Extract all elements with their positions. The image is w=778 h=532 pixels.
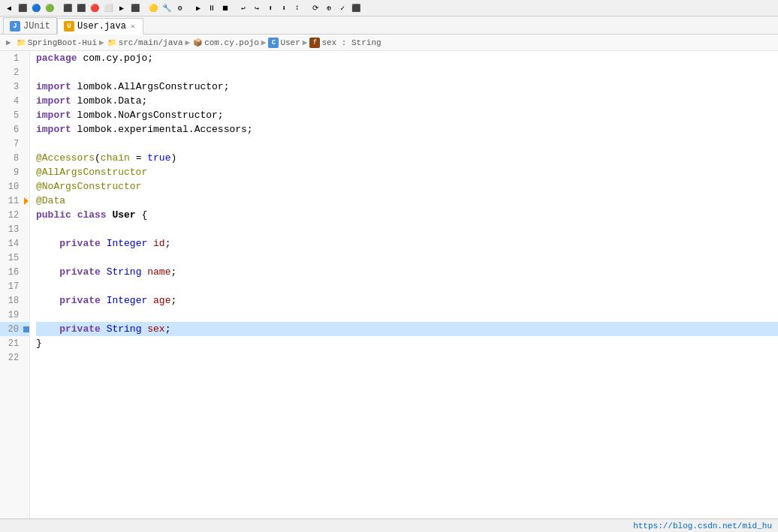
toolbar-icon-20[interactable]: ⬇ <box>278 2 290 14</box>
token-plain: ; <box>165 238 171 249</box>
code-line-18: private Integer age; <box>36 293 778 308</box>
breadcrumb-package[interactable]: 📦 com.cy.pojo <box>192 38 259 48</box>
code-line-14: private Integer id; <box>36 236 778 251</box>
src-folder-icon: 📁 <box>107 38 117 48</box>
token-plain <box>101 238 107 249</box>
line-number-22: 22 <box>0 353 23 363</box>
code-line-2 <box>36 65 778 80</box>
gutter-row-7: 7 <box>0 137 29 151</box>
toolbar-icon-18[interactable]: ↪ <box>251 2 263 14</box>
code-line-17 <box>36 279 778 293</box>
gutter-row-14: 14 <box>0 236 29 251</box>
toolbar-icon-12[interactable]: 🔧 <box>161 2 173 14</box>
line-number-14: 14 <box>0 239 23 249</box>
gutter-row-9: 9 <box>0 165 29 179</box>
breadcrumb-srcmainjava[interactable]: 📁 src/main/java <box>107 38 183 48</box>
token-plain: ; <box>170 295 176 306</box>
breadcrumb-expand-icon[interactable]: ▶ <box>6 38 11 47</box>
toolbar-icon-21[interactable]: ↕ <box>291 2 303 14</box>
line-number-8: 8 <box>0 153 23 164</box>
toolbar-icon-13[interactable]: ⚙ <box>174 2 186 14</box>
breadcrumb-sep-2: ▶ <box>185 38 191 47</box>
toolbar-icon-19[interactable]: ⬆ <box>264 2 276 14</box>
toolbar-icon-1[interactable]: ◀ <box>3 2 15 14</box>
line-number-20: 20 <box>0 324 23 335</box>
gutter-row-5: 5 <box>0 108 29 122</box>
line-marker-11 <box>23 197 29 205</box>
code-line-21: } <box>36 336 778 350</box>
line-number-19: 19 <box>0 310 23 320</box>
gutter-row-11: 11 <box>0 194 29 208</box>
gutter-row-3: 3 <box>0 80 29 94</box>
breadcrumb-class-user[interactable]: C User <box>268 38 300 48</box>
toolbar-icon-9[interactable]: ▶ <box>116 2 128 14</box>
tab-junit[interactable]: J JUnit <box>3 17 57 34</box>
token-plain: lombok.experimental.Accessors; <box>71 124 253 135</box>
gutter-row-18: 18 <box>0 293 29 308</box>
toolbar-icon-15[interactable]: ⏸ <box>206 2 218 14</box>
toolbar-icon-22[interactable]: ⟳ <box>309 2 321 14</box>
token-plain: lombok.NoArgsConstructor; <box>71 110 224 121</box>
token-plain <box>147 295 153 306</box>
toolbar-icon-6[interactable]: ⬛ <box>75 2 87 14</box>
tab-user-java[interactable]: U User.java ✕ <box>57 18 143 35</box>
token-annotation: chain <box>101 152 130 164</box>
code-line-4: import lombok.Data; <box>36 94 778 108</box>
breadcrumb-sep-3: ▶ <box>261 38 267 47</box>
toolbar: ◀ ⬛ 🔵 🟢 ⬛ ⬛ 🔴 ⬜ ▶ ⬛ 🟡 🔧 ⚙ ▶ ⏸ ⏹ ↩ ↪ ⬆ ⬇ … <box>0 0 778 17</box>
gutter-row-21: 21 <box>0 336 29 350</box>
token-field: name <box>147 266 170 278</box>
token-kw: private <box>59 295 101 306</box>
code-line-3: import lombok.AllArgsConstructor; <box>36 80 778 94</box>
token-plain <box>36 238 59 249</box>
toolbar-icon-17[interactable]: ↩ <box>237 2 249 14</box>
breadcrumb-sex-field[interactable]: f sex : String <box>309 38 381 48</box>
breadcrumb-user-label: User <box>280 38 300 47</box>
gutter-row-6: 6 <box>0 122 29 137</box>
toolbar-icon-11[interactable]: 🟡 <box>147 2 159 14</box>
token-kw: import <box>36 124 71 135</box>
code-line-13 <box>36 222 778 236</box>
toolbar-icon-2[interactable]: ⬛ <box>17 2 29 14</box>
token-kw: import <box>36 110 71 121</box>
code-line-20: private String sex; <box>36 322 778 336</box>
line-number-9: 9 <box>0 167 23 178</box>
tab-close-icon[interactable]: ✕ <box>129 22 137 31</box>
toolbar-icon-16[interactable]: ⏹ <box>219 2 231 14</box>
token-kw: private <box>59 238 101 249</box>
token-field: id <box>153 238 165 249</box>
code-line-5: import lombok.NoArgsConstructor; <box>36 108 778 122</box>
toolbar-icon-23[interactable]: ⊕ <box>323 2 335 14</box>
token-kw: public <box>36 209 71 221</box>
toolbar-icon-5[interactable]: ⬛ <box>62 2 74 14</box>
token-kw: import <box>36 95 71 107</box>
breadcrumb-springboot-hui[interactable]: 📁 SpringBoot-Hui <box>16 38 97 48</box>
token-annotation: @Accessors <box>36 152 95 164</box>
toolbar-icon-7[interactable]: 🔴 <box>89 2 101 14</box>
token-plain <box>36 266 59 278</box>
token-annotation: @AllArgsConstructor <box>36 167 147 178</box>
toolbar-icon-8[interactable]: ⬜ <box>102 2 114 14</box>
token-classname: User <box>112 209 135 221</box>
line-number-5: 5 <box>0 110 23 121</box>
token-plain: ; <box>170 266 176 278</box>
toolbar-icon-14[interactable]: ▶ <box>192 2 204 14</box>
token-plain: com.cy.pojo; <box>77 53 153 64</box>
gutter-row-17: 17 <box>0 279 29 293</box>
tab-junit-label: JUnit <box>23 21 50 32</box>
token-type: Integer <box>107 238 148 249</box>
toolbar-icon-3[interactable]: 🔵 <box>30 2 42 14</box>
toolbar-icon-24[interactable]: ✓ <box>336 2 348 14</box>
toolbar-icon-25[interactable]: ⬛ <box>350 2 362 14</box>
line-number-6: 6 <box>0 125 23 135</box>
code-area[interactable]: package com.cy.pojo; import lombok.AllAr… <box>30 51 778 518</box>
gutter-row-20: 20 <box>0 322 29 336</box>
line-number-15: 15 <box>0 253 23 263</box>
token-kw: import <box>36 81 71 92</box>
toolbar-icon-10[interactable]: ⬛ <box>129 2 141 14</box>
field-icon: f <box>309 38 320 48</box>
token-type: String <box>107 266 142 278</box>
code-line-1: package com.cy.pojo; <box>36 51 778 65</box>
toolbar-icon-4[interactable]: 🟢 <box>44 2 56 14</box>
user-java-icon: U <box>64 21 74 32</box>
